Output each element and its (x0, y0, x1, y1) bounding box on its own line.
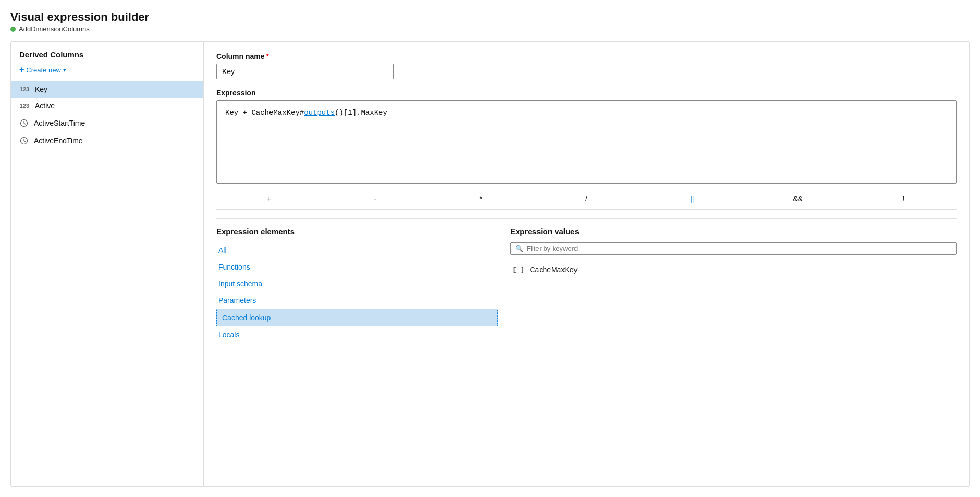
num-icon-active: 123 (19, 103, 30, 109)
sidebar-item-label-key: Key (35, 85, 47, 93)
expr-element-input-schema[interactable]: Input schema (216, 275, 498, 292)
sidebar-item-activeStartTime[interactable]: ActiveStartTime (11, 114, 203, 132)
required-star: * (266, 52, 269, 60)
column-name-input[interactable] (216, 64, 394, 79)
expr-element-parameters[interactable]: Parameters (216, 292, 498, 309)
sidebar-item-label-activeStartTime: ActiveStartTime (34, 119, 85, 127)
sidebar: Derived Columns + Create new ▾ 123 Key 1… (11, 42, 204, 486)
expr-element-functions[interactable]: Functions (216, 259, 498, 275)
status-dot (10, 27, 16, 32)
op-plus-button[interactable]: + (216, 192, 322, 205)
expression-values-title: Expression values (510, 227, 957, 236)
bottom-section: Expression elements All Functions Input … (216, 218, 957, 476)
sidebar-item-key[interactable]: 123 Key (11, 81, 203, 98)
expression-link[interactable]: outputs (304, 108, 335, 117)
page-header: Visual expression builder AddDimensionCo… (10, 10, 970, 33)
sidebar-section-title: Derived Columns (11, 50, 203, 63)
op-not-button[interactable]: ! (851, 192, 957, 205)
create-new-label: Create new (26, 66, 60, 74)
bracket-icon: [ ] (512, 266, 524, 274)
create-new-button[interactable]: + Create new ▾ (11, 63, 203, 81)
expression-text-after: ()[1].MaxKey (335, 108, 387, 117)
num-icon-key: 123 (19, 86, 30, 92)
op-multiply-button[interactable]: * (428, 192, 534, 205)
sidebar-item-activeEndTime[interactable]: ActiveEndTime (11, 132, 203, 150)
expr-element-all[interactable]: All (216, 242, 498, 259)
content-area: Column name* Expression Key + CacheMaxKe… (204, 42, 969, 486)
search-icon: 🔍 (515, 245, 523, 252)
expression-label: Expression (216, 89, 957, 97)
clock-icon-start (19, 118, 29, 128)
sidebar-item-label-active: Active (35, 102, 55, 110)
column-name-section: Column name* (216, 52, 957, 79)
op-divide-button[interactable]: / (534, 192, 640, 205)
chevron-down-icon: ▾ (63, 67, 66, 74)
page-title: Visual expression builder (10, 10, 970, 24)
expression-editor[interactable]: Key + CacheMaxKey#outputs()[1].MaxKey (216, 100, 957, 184)
op-minus-button[interactable]: - (322, 192, 428, 205)
sidebar-item-active[interactable]: 123 Active (11, 98, 203, 114)
expr-element-locals[interactable]: Locals (216, 326, 498, 343)
value-item-label-cachemaxkey: CacheMaxKey (530, 265, 577, 274)
expression-elements-title: Expression elements (216, 227, 498, 236)
filter-keyword-input[interactable] (526, 245, 952, 252)
expr-element-cached-lookup[interactable]: Cached lookup (216, 309, 498, 326)
expression-section: Expression Key + CacheMaxKey#outputs()[1… (216, 89, 957, 184)
sidebar-item-label-activeEndTime: ActiveEndTime (34, 137, 83, 145)
clock-icon-end (19, 136, 29, 146)
filter-input-wrapper: 🔍 (510, 242, 957, 255)
value-item-cachemaxkey[interactable]: [ ] CacheMaxKey (510, 261, 957, 278)
expression-values-panel: Expression values 🔍 [ ] CacheMaxKey (510, 227, 957, 476)
operator-bar: + - * / || && ! (216, 188, 957, 210)
subtitle-text: AddDimensionColumns (19, 25, 90, 33)
main-layout: Derived Columns + Create new ▾ 123 Key 1… (10, 41, 970, 487)
plus-icon: + (19, 65, 24, 75)
column-name-label: Column name* (216, 52, 957, 60)
page-subtitle: AddDimensionColumns (10, 25, 970, 33)
expression-text-before: Key + CacheMaxKey# (225, 108, 304, 117)
op-and-button[interactable]: && (745, 192, 851, 205)
expression-elements-panel: Expression elements All Functions Input … (216, 227, 498, 476)
op-or-button[interactable]: || (639, 192, 745, 205)
